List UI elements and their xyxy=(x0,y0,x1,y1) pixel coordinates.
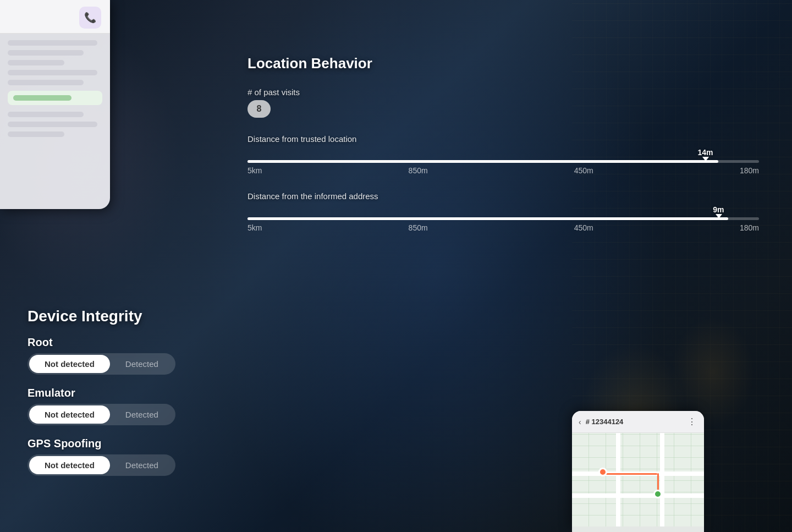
phone-text-line-3 xyxy=(8,60,64,65)
distance-informed-indicator: 9m xyxy=(713,205,724,218)
distance-informed-label: Distance from the informed address xyxy=(248,191,378,201)
phone-right-back: ‹ xyxy=(579,418,581,426)
distance-trusted-value: 14m xyxy=(697,148,713,157)
phone-highlight-bar xyxy=(13,95,72,101)
emulator-not-detected-button[interactable]: Not detected xyxy=(29,405,110,424)
phone-left-header: 📞 xyxy=(0,0,110,34)
distance-informed-metric: Distance from the informed address 9m 5k… xyxy=(248,191,759,232)
distance-trusted-slider: 14m 5km 850m 450m 180m xyxy=(248,148,759,175)
distance-informed-track xyxy=(248,217,759,220)
phone-text-line-2 xyxy=(8,50,84,56)
phone-left-content xyxy=(0,34,110,148)
root-not-detected-button[interactable]: Not detected xyxy=(29,355,110,373)
map-road-v2 xyxy=(660,433,664,526)
past-visits-label: # of past visits xyxy=(248,87,759,97)
phone-text-line-7 xyxy=(8,122,97,127)
emulator-label: Emulator xyxy=(28,387,175,399)
distance-trusted-label-1: 850m xyxy=(409,166,428,175)
phone-text-line-6 xyxy=(8,112,84,117)
distance-trusted-labels: 5km 850m 450m 180m xyxy=(248,166,759,175)
distance-informed-label-0: 5km xyxy=(248,223,262,232)
gps-spoofing-label: GPS Spoofing xyxy=(28,437,175,450)
map-road-v1 xyxy=(616,433,620,526)
distance-trusted-track xyxy=(248,160,759,163)
distance-trusted-label-0: 5km xyxy=(248,166,262,175)
phone-text-line-8 xyxy=(8,131,64,137)
phone-highlight-box xyxy=(8,91,102,105)
distance-trusted-indicator-wrapper: 14m xyxy=(248,148,759,159)
distance-informed-label-2: 450m xyxy=(574,223,593,232)
map-road-h2 xyxy=(572,493,704,498)
phone-text-line-4 xyxy=(8,70,97,75)
root-detected-button[interactable]: Detected xyxy=(110,355,174,373)
phone-call-icon: 📞 xyxy=(79,7,101,29)
phone-right-menu-dots: ⋮ xyxy=(688,416,697,427)
distance-trusted-label-2: 450m xyxy=(574,166,593,175)
map-destination-pin xyxy=(653,490,662,498)
distance-informed-label-3: 180m xyxy=(740,223,759,232)
root-label: Root xyxy=(28,336,175,349)
phone-text-line-5 xyxy=(8,80,84,85)
distance-informed-indicator-wrapper: 9m xyxy=(248,205,759,216)
distance-informed-slider: 9m 5km 850m 450m 180m xyxy=(248,205,759,232)
distance-trusted-indicator: 14m xyxy=(697,148,713,161)
emulator-toggle-group: Not detected Detected xyxy=(28,404,175,425)
distance-informed-labels: 5km 850m 450m 180m xyxy=(248,223,759,232)
device-integrity-title: Device Integrity xyxy=(28,308,175,325)
past-visits-metric: # of past visits 8 xyxy=(248,87,759,118)
distance-trusted-metric: Distance from trusted location 14m 5km 8… xyxy=(248,134,759,175)
distance-trusted-fill xyxy=(248,160,718,163)
root-toggle-group: Not detected Detected xyxy=(28,353,175,375)
distance-informed-label-1: 850m xyxy=(409,223,428,232)
gps-spoofing-toggle-group: Not detected Detected xyxy=(28,454,175,476)
gps-spoofing-item: GPS Spoofing Not detected Detected xyxy=(28,437,175,476)
past-visits-value: 8 xyxy=(248,100,271,118)
phone-right-id: # 12344124 xyxy=(586,418,624,426)
location-behavior-section: Location Behavior # of past visits 8 Dis… xyxy=(248,55,759,249)
gps-spoofing-not-detected-button[interactable]: Not detected xyxy=(29,456,110,474)
device-integrity-section: Device Integrity Root Not detected Detec… xyxy=(28,308,175,488)
gps-spoofing-detected-button[interactable]: Detected xyxy=(110,456,174,474)
map-origin-pin xyxy=(598,468,607,476)
map-area xyxy=(572,433,704,526)
map-route-line xyxy=(602,473,657,475)
distance-trusted-label-row: Distance from trusted location xyxy=(248,134,759,144)
phone-right-header: ‹ # 12344124 ⋮ xyxy=(572,411,704,433)
distance-trusted-label-3: 180m xyxy=(740,166,759,175)
distance-trusted-label: Distance from trusted location xyxy=(248,134,356,144)
phone-mockup-left: 📞 xyxy=(0,0,110,209)
root-item: Root Not detected Detected xyxy=(28,336,175,375)
emulator-item: Emulator Not detected Detected xyxy=(28,387,175,425)
distance-informed-value: 9m xyxy=(713,205,724,214)
phone-text-line-1 xyxy=(8,40,97,46)
location-behavior-title: Location Behavior xyxy=(248,55,759,72)
distance-informed-label-row: Distance from the informed address xyxy=(248,191,759,201)
emulator-detected-button[interactable]: Detected xyxy=(110,405,174,424)
phone-mockup-right: ‹ # 12344124 ⋮ xyxy=(572,411,704,532)
distance-informed-fill xyxy=(248,217,728,220)
